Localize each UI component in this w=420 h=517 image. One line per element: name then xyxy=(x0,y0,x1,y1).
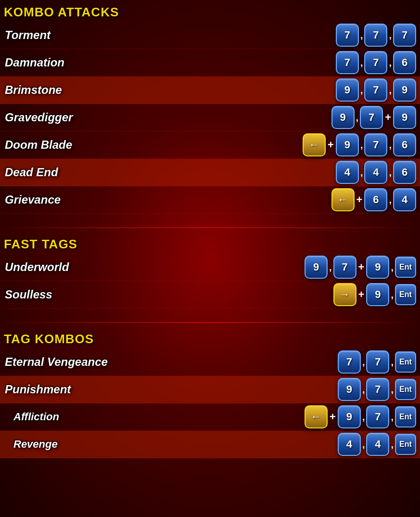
move-row: Dead End4,4,6 xyxy=(0,159,420,186)
input-button-gold[interactable]: → xyxy=(333,283,356,306)
move-name: Revenge xyxy=(4,438,58,451)
move-inputs: 9,7,9 xyxy=(336,78,416,102)
move-name: Soulless xyxy=(4,288,52,301)
plus-sign: + xyxy=(358,288,365,301)
input-button-blue[interactable]: 7 xyxy=(366,405,389,428)
move-name: Doom Blade xyxy=(4,138,72,152)
input-button-enter[interactable]: Ent xyxy=(395,406,416,427)
input-button-blue[interactable]: 6 xyxy=(393,51,416,74)
input-button-gold[interactable]: ← xyxy=(303,133,326,156)
separator: , xyxy=(360,85,363,96)
tag-kombos-header: TAG KOMBOS xyxy=(0,327,420,349)
input-button-blue[interactable]: 4 xyxy=(366,433,389,456)
input-button-blue[interactable]: 7 xyxy=(360,106,383,129)
fast-tags-header: FAST TAGS xyxy=(0,232,420,254)
kombo-attacks-section: Torment7,7,7Damnation7,7,6Brimstone9,7,9… xyxy=(0,22,420,214)
input-button-blue[interactable]: 9 xyxy=(366,256,389,279)
input-button-blue[interactable]: 4 xyxy=(393,188,416,211)
input-button-enter[interactable]: Ent xyxy=(395,351,416,373)
input-button-blue[interactable]: 7 xyxy=(336,24,359,47)
input-button-blue[interactable]: 7 xyxy=(333,256,356,279)
move-row: Torment7,7,7 xyxy=(0,22,420,49)
separator: , xyxy=(362,384,365,395)
input-button-blue[interactable]: 6 xyxy=(393,161,416,184)
move-name: Eternal Vengeance xyxy=(4,355,108,369)
move-name: Affliction xyxy=(4,411,59,423)
separator: , xyxy=(362,357,365,368)
plus-sign: + xyxy=(385,111,391,124)
separator: , xyxy=(389,57,392,68)
move-name: Torment xyxy=(4,28,51,42)
separator: , xyxy=(360,140,363,151)
fast-tags-section: Underworld9,7+9,EntSoulless→+9,Ent xyxy=(0,254,420,309)
separator: , xyxy=(391,289,394,300)
separator: , xyxy=(362,439,365,450)
input-button-blue[interactable]: 9 xyxy=(336,133,359,156)
move-name: Punishment xyxy=(4,383,71,396)
input-button-enter[interactable]: Ent xyxy=(395,257,416,278)
move-inputs: ←+9,7,6 xyxy=(303,133,416,156)
move-row: Gravedigger9,7+9 xyxy=(0,104,420,131)
input-button-blue[interactable]: 4 xyxy=(338,433,361,456)
move-inputs: ←+9,7,Ent xyxy=(305,405,416,428)
input-button-blue[interactable]: 9 xyxy=(338,378,361,401)
move-row: Soulless→+9,Ent xyxy=(0,281,420,309)
input-button-blue[interactable]: 4 xyxy=(364,161,387,184)
input-button-blue[interactable]: 9 xyxy=(366,283,389,306)
input-button-enter[interactable]: Ent xyxy=(395,284,416,305)
separator: , xyxy=(360,57,363,68)
input-button-blue[interactable]: 7 xyxy=(393,24,416,47)
input-button-blue[interactable]: 9 xyxy=(393,106,416,129)
separator: , xyxy=(391,384,394,395)
input-button-blue[interactable]: 7 xyxy=(336,51,359,74)
move-row: Punishment9,7,Ent xyxy=(0,376,420,403)
separator: , xyxy=(356,112,359,123)
divider-1 xyxy=(0,227,420,228)
divider-2 xyxy=(0,322,420,323)
move-row: Underworld9,7+9,Ent xyxy=(0,254,420,281)
move-inputs: 4,4,6 xyxy=(336,161,416,184)
move-row: Revenge4,4,Ent xyxy=(0,431,420,458)
input-button-blue[interactable]: 9 xyxy=(393,78,416,102)
input-button-blue[interactable]: 7 xyxy=(366,378,389,401)
input-button-blue[interactable]: 7 xyxy=(364,133,387,156)
input-button-blue[interactable]: 4 xyxy=(336,161,359,184)
input-button-blue[interactable]: 7 xyxy=(364,24,387,47)
input-button-enter[interactable]: Ent xyxy=(395,434,416,455)
input-button-blue[interactable]: 9 xyxy=(336,78,359,102)
plus-sign: + xyxy=(328,139,334,151)
input-button-blue[interactable]: 7 xyxy=(364,78,387,102)
move-name: Gravedigger xyxy=(4,111,73,124)
move-inputs: ←+6,4 xyxy=(331,188,416,211)
plus-sign: + xyxy=(358,261,365,273)
separator: , xyxy=(391,357,394,368)
move-inputs: 9,7+9 xyxy=(331,106,416,129)
separator: , xyxy=(391,262,394,273)
input-button-gold[interactable]: ← xyxy=(305,405,328,428)
separator: , xyxy=(391,412,394,423)
move-inputs: 9,7,Ent xyxy=(338,378,416,401)
input-button-blue[interactable]: 7 xyxy=(364,51,387,74)
input-button-blue[interactable]: 7 xyxy=(366,350,389,374)
move-row: Brimstone9,7,9 xyxy=(0,77,420,104)
input-button-gold[interactable]: ← xyxy=(331,188,355,211)
separator: , xyxy=(389,194,392,206)
input-button-blue[interactable]: 9 xyxy=(338,405,361,428)
move-name: Damnation xyxy=(4,56,64,69)
move-name: Dead End xyxy=(4,166,58,179)
separator: , xyxy=(389,140,392,151)
input-button-blue[interactable]: 7 xyxy=(338,350,361,374)
move-inputs: 7,7,Ent xyxy=(338,350,416,374)
move-row: Grievance←+6,4 xyxy=(0,186,420,214)
separator: , xyxy=(389,85,392,96)
input-button-blue[interactable]: 9 xyxy=(305,256,328,279)
input-button-blue[interactable]: 6 xyxy=(364,188,387,211)
separator: , xyxy=(362,412,365,423)
input-button-blue[interactable]: 6 xyxy=(393,133,416,156)
separator: , xyxy=(360,167,363,178)
tag-kombos-section: Eternal Vengeance7,7,EntPunishment9,7,En… xyxy=(0,349,420,458)
move-row: Damnation7,7,6 xyxy=(0,49,420,77)
move-inputs: 7,7,6 xyxy=(336,51,416,74)
input-button-blue[interactable]: 9 xyxy=(331,106,355,129)
input-button-enter[interactable]: Ent xyxy=(395,379,416,400)
